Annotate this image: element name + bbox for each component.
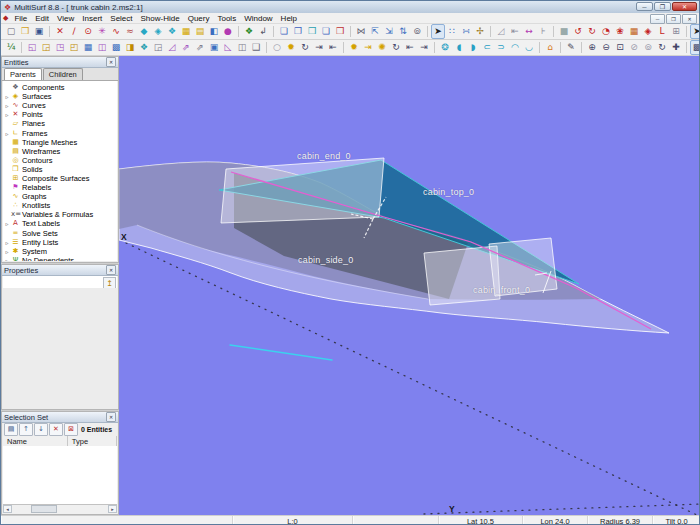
tree-item-graphs[interactable]: ∿Graphs (3, 192, 117, 201)
menu-item-insert[interactable]: Insert (78, 14, 106, 23)
view-def-4-icon[interactable]: ◰ (67, 40, 81, 55)
tree-item-relabels[interactable]: ⚑Relabels (3, 183, 117, 192)
viewport-3d[interactable]: cabin_end_0cabin_top_0cabin_side_0cabin_… (119, 56, 700, 515)
column-header-name[interactable]: Name (3, 436, 68, 446)
solid-icon[interactable]: ◧ (207, 24, 221, 39)
lofted-surface-icon[interactable]: ❖ (165, 24, 179, 39)
menu-item-show-hide[interactable]: Show-Hide (137, 14, 184, 23)
show-fwd-icon[interactable]: ⇥ (417, 40, 431, 55)
scroll-left-icon[interactable]: ◂ (3, 505, 12, 513)
paste-entity-icon[interactable]: ↲ (256, 24, 270, 39)
blank-tool-icon[interactable]: ■ (557, 24, 571, 39)
quarter-view-icon[interactable]: ¼ (4, 40, 18, 55)
view-def-9-icon[interactable]: ❖ (137, 40, 151, 55)
magnet-point-icon[interactable]: ✳ (95, 24, 109, 39)
zoom-window-icon[interactable]: ⊡ (613, 40, 627, 55)
view-bottom-icon[interactable]: ⊃ (494, 40, 508, 55)
select-tool-icon[interactable]: ➤ (690, 24, 700, 39)
surface-icon[interactable]: ◆ (137, 24, 151, 39)
tree-item-no-dependents[interactable]: ▹ΨNo Dependents (3, 256, 117, 261)
selection-move-up-icon[interactable]: ↑ (19, 423, 33, 436)
view-def-5-icon[interactable]: ▦ (81, 40, 95, 55)
query-entity-icon[interactable]: ⊚ (410, 24, 424, 39)
properties-panel-header[interactable]: Properties ✕ (2, 265, 118, 276)
save-icon[interactable]: ▣ (32, 24, 46, 39)
perspective-view-icon[interactable]: ❒ (333, 24, 347, 39)
select-parents-icon[interactable]: ⋈ (354, 24, 368, 39)
expander-icon[interactable]: ▹ (3, 93, 11, 100)
show-toggle-icon[interactable]: ↻ (298, 40, 312, 55)
show-all-icon[interactable]: ✹ (347, 40, 361, 55)
column-header-type[interactable]: Type (68, 436, 117, 446)
selection-move-down-icon[interactable]: ↓ (34, 423, 48, 436)
expander-icon[interactable]: ▹ (3, 248, 11, 255)
selection-clear-icon[interactable]: ⊠ (64, 423, 78, 436)
select-down-icon[interactable]: ⇲ (382, 24, 396, 39)
view-def-16-icon[interactable]: ◫ (235, 40, 249, 55)
ruled-surface-icon[interactable]: ◈ (151, 24, 165, 39)
point-icon[interactable]: ✕ (53, 24, 67, 39)
view-def-3-icon[interactable]: ◳ (53, 40, 67, 55)
align-left-icon[interactable]: ⇤ (508, 24, 522, 39)
expander-icon[interactable]: ▹ (3, 220, 11, 227)
expander-icon[interactable]: ▹ (3, 239, 11, 246)
tree-item-solve-sets[interactable]: =Solve Sets (3, 229, 117, 238)
show-prev-icon[interactable]: ⇤ (326, 40, 340, 55)
marker-tool-icon[interactable]: ✢ (473, 24, 487, 39)
tree-item-planes[interactable]: ▱Planes (3, 119, 117, 128)
mdi-close-button[interactable]: ✕ (682, 14, 697, 24)
zoom-prev-icon[interactable]: ⊘ (627, 40, 641, 55)
view-port-icon[interactable]: ◠ (508, 40, 522, 55)
view-front-icon[interactable]: ◖ (452, 40, 466, 55)
select-updown-icon[interactable]: ⇅ (396, 24, 410, 39)
home-view-icon[interactable]: ⌂ (543, 40, 557, 55)
tree-item-triangle-meshes[interactable]: ▦Triangle Meshes (3, 138, 117, 147)
line-icon[interactable]: ∕ (67, 24, 81, 39)
curve-icon[interactable]: ∿ (109, 24, 123, 39)
print-icon[interactable]: ❑ (249, 40, 263, 55)
tree-item-curves[interactable]: ▹∿Curves (3, 101, 117, 110)
expander-icon[interactable]: ▹ (3, 130, 11, 137)
new-icon[interactable]: ▢ (4, 24, 18, 39)
plan-view-icon[interactable]: ❏ (319, 24, 333, 39)
mesh-icon[interactable]: ▦ (179, 24, 193, 39)
tree-item-surfaces[interactable]: ▹◈Surfaces (3, 92, 117, 101)
curvature-dia-icon[interactable]: ◈ (641, 24, 655, 39)
show-refresh-icon[interactable]: ↻ (389, 40, 403, 55)
rotate-view-icon[interactable]: ↻ (655, 40, 669, 55)
tree-item-solids[interactable]: ❒Solids (3, 165, 117, 174)
view-starboard-icon[interactable]: ◡ (522, 40, 536, 55)
menu-item-select[interactable]: Select (106, 14, 136, 23)
selection-set-close-icon[interactable]: ✕ (106, 412, 116, 422)
label-tool-icon[interactable]: L (655, 24, 669, 39)
tree-item-composite-surfaces[interactable]: ⊞Composite Surfaces (3, 174, 117, 183)
pan-view-icon[interactable]: ✚ (669, 40, 683, 55)
triangle-tool-icon[interactable]: ◿ (494, 24, 508, 39)
view-def-11-icon[interactable]: ◿ (165, 40, 179, 55)
minimize-button[interactable]: ─ (636, 2, 653, 11)
profile-view-icon[interactable]: ❒ (305, 24, 319, 39)
view-def-10-icon[interactable]: ◲ (151, 40, 165, 55)
tab-parents[interactable]: Parents (4, 68, 42, 80)
view-def-7-icon[interactable]: ▩ (109, 40, 123, 55)
close-button[interactable]: ✕ (672, 2, 697, 11)
tree-item-wireframes[interactable]: ▤Wireframes (3, 147, 117, 156)
curvature-left-icon[interactable]: ↺ (571, 24, 585, 39)
view-back-icon[interactable]: ◗ (466, 40, 480, 55)
viewport-canvas[interactable] (119, 56, 700, 515)
menu-item-view[interactable]: View (53, 14, 78, 23)
menu-item-tools[interactable]: Tools (213, 14, 240, 23)
mdi-restore-button[interactable]: ❐ (666, 14, 681, 24)
tree-item-system[interactable]: ▹✱System (3, 247, 117, 256)
menu-item-query[interactable]: Query (184, 14, 214, 23)
expander-icon[interactable]: ▹ (3, 102, 11, 109)
show-entity-icon[interactable]: ✹ (284, 40, 298, 55)
tree-item-points[interactable]: ▹✕Points (3, 110, 117, 119)
menu-item-file[interactable]: File (10, 14, 31, 23)
hide-entity-icon[interactable]: ○ (270, 40, 284, 55)
ball-icon[interactable]: ● (221, 24, 235, 39)
properties-close-icon[interactable]: ✕ (106, 265, 116, 275)
view-def-13-icon[interactable]: ⇗ (193, 40, 207, 55)
selection-set-list[interactable] (3, 446, 117, 505)
tree-item-contours[interactable]: ◎Contours (3, 156, 117, 165)
